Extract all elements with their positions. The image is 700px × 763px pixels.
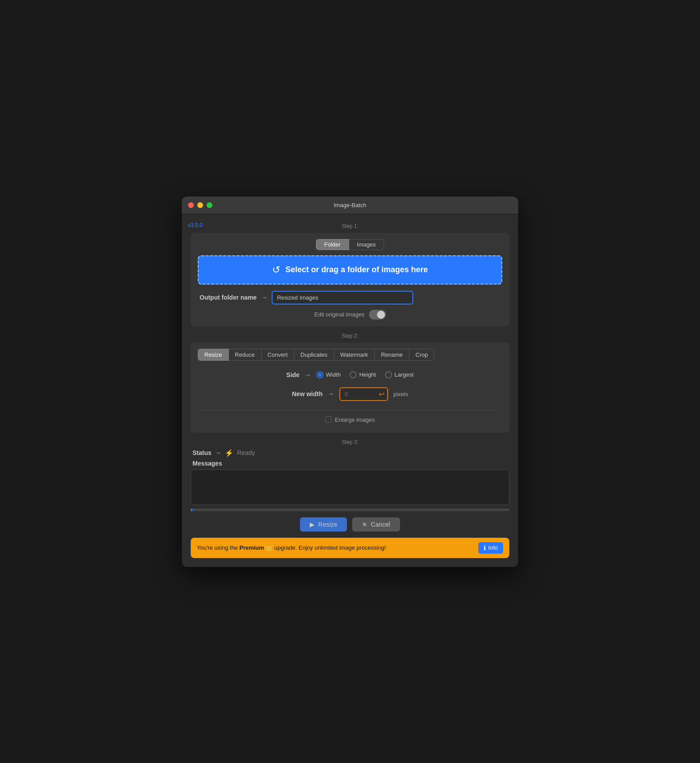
divider (198, 410, 502, 410)
drop-cursor-icon: ↺ (272, 264, 280, 276)
tab-folder[interactable]: Folder (316, 239, 349, 250)
status-arrow: → (215, 449, 221, 456)
radio-largest-circle[interactable] (385, 371, 392, 378)
output-folder-arrow: → (261, 294, 267, 301)
premium-suffix: upgrade. Enjoy unlimited image processin… (273, 544, 386, 551)
output-folder-row: Output folder name → (198, 291, 502, 304)
info-button[interactable]: ℹ Info (478, 542, 503, 554)
close-button[interactable] (188, 202, 194, 208)
radio-width-label: Width (326, 371, 341, 378)
resize-btn-label: Resize (318, 521, 337, 528)
minimize-button[interactable] (197, 202, 203, 208)
pixels-label: pixels (393, 391, 408, 397)
enlarge-label: Enlarge images (335, 416, 375, 423)
step2-section: Resize Reduce Convert Duplicates Waterma… (191, 343, 509, 433)
tab-convert[interactable]: Convert (262, 349, 295, 361)
step3-label: Step 3: (191, 439, 509, 445)
tab-crop[interactable]: Crop (409, 349, 435, 361)
tab-images[interactable]: Images (349, 239, 385, 250)
messages-box (191, 470, 509, 505)
radio-width-circle[interactable] (316, 371, 323, 378)
new-width-row: New width → ↩ pixels (198, 387, 502, 401)
new-width-arrow: → (328, 390, 334, 397)
edit-original-label: Edit original images (314, 311, 364, 318)
side-radio-group: Width Height Largest (316, 371, 414, 378)
tab-rename[interactable]: Rename (375, 349, 409, 361)
status-row: Status → ⚡ Ready (191, 449, 509, 457)
traffic-lights (188, 202, 212, 208)
edit-original-toggle[interactable] (369, 310, 386, 320)
new-width-label: New width (292, 390, 323, 397)
radio-height-label: Height (359, 371, 376, 378)
tab-resize[interactable]: Resize (198, 349, 229, 361)
enlarge-checkbox[interactable] (325, 416, 331, 423)
radio-height-circle[interactable] (350, 371, 357, 378)
side-row: Side → Width Height (198, 371, 502, 378)
cancel-button[interactable]: ✕ Cancel (352, 517, 400, 532)
resize-panel: Side → Width Height (198, 367, 502, 426)
radio-largest-label: Largest (395, 371, 414, 378)
main-content: v3.5.0 Step 1: Folder Images ↺ Select or… (182, 214, 518, 567)
output-folder-label: Output folder name (200, 294, 257, 301)
tab-reduce[interactable]: Reduce (229, 349, 262, 361)
bolt-icon: ⚡ (225, 449, 234, 457)
drop-area-text: Select or drag a folder of images here (285, 265, 428, 274)
side-arrow: → (305, 371, 311, 378)
edit-original-row: Edit original images (198, 310, 502, 320)
info-icon: ℹ (484, 544, 486, 551)
radio-width-dot (318, 373, 322, 377)
progress-bar-fill (191, 509, 192, 511)
side-label: Side (286, 371, 300, 378)
premium-bold: Premium (239, 544, 264, 551)
step2-tab-group: Resize Reduce Convert Duplicates Waterma… (198, 349, 502, 361)
action-row: ▶ Resize ✕ Cancel (191, 517, 509, 532)
progress-bar (191, 509, 509, 511)
step1-tab-group: Folder Images (198, 239, 502, 250)
tab-watermark[interactable]: Watermark (334, 349, 375, 361)
window-title: Image-Batch (334, 202, 366, 208)
premium-bar: You're using the Premium 👑 upgrade. Enjo… (191, 538, 509, 558)
premium-crown: 👑 (265, 544, 273, 551)
app-window: Image-Batch v3.5.0 Step 1: Folder Images… (182, 197, 518, 567)
messages-label: Messages (191, 460, 509, 467)
version-label: v3.5.0 (188, 222, 203, 228)
radio-width[interactable]: Width (316, 371, 341, 378)
status-label: Status (192, 449, 212, 456)
play-icon: ▶ (310, 521, 315, 528)
drop-area[interactable]: ↺ Select or drag a folder of images here (198, 255, 502, 285)
radio-height[interactable]: Height (350, 371, 376, 378)
premium-text: You're using the Premium 👑 upgrade. Enjo… (197, 544, 474, 551)
step2-label: Step 2: (191, 333, 509, 339)
width-input-wrap: ↩ (339, 387, 388, 401)
maximize-button[interactable] (207, 202, 212, 208)
resize-button[interactable]: ▶ Resize (300, 517, 347, 532)
output-folder-input[interactable] (272, 291, 413, 304)
cancel-icon: ✕ (362, 521, 367, 528)
titlebar: Image-Batch (182, 197, 518, 214)
enlarge-row: Enlarge images (198, 416, 502, 423)
tab-duplicates[interactable]: Duplicates (294, 349, 334, 361)
premium-prefix: You're using the (197, 544, 239, 551)
step1-section: Folder Images ↺ Select or drag a folder … (191, 233, 509, 327)
radio-largest[interactable]: Largest (385, 371, 414, 378)
toggle-knob (377, 311, 385, 319)
step1-label: Step 1: (191, 223, 509, 229)
cancel-btn-label: Cancel (371, 521, 390, 528)
enter-icon: ↩ (379, 390, 385, 398)
status-value: Ready (237, 449, 255, 456)
info-btn-label: Info (488, 544, 498, 551)
